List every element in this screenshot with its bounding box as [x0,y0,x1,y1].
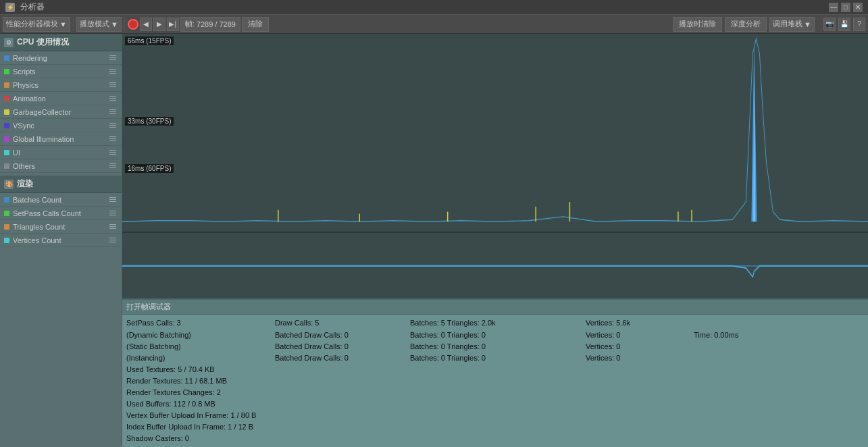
stat-ib-upload: Index Buffer Upload In Frame: 1 / 12 B [126,421,864,433]
stat-batched-draw2: Batched Draw Calls: 0 [275,341,410,352]
save-button[interactable]: 💾 [838,18,850,31]
sidebar-item-physics[interactable]: Physics [0,78,122,92]
others-label: Others [13,162,106,170]
cpu-section-header[interactable]: ⚙ CPU 使用情况 [0,34,122,51]
toolbar-separator-1 [73,18,74,31]
sidebar-item-vsync[interactable]: VSync [0,119,122,132]
gc-menu [109,108,118,116]
render-section-header[interactable]: 🎨 渲染 [0,176,122,193]
window-controls: — □ ✕ [829,3,863,12]
module-dropdown[interactable]: 性能分析器模块 ▼ [3,17,70,32]
record-button[interactable] [128,19,138,30]
chart-label-16ms: 16ms (60FPS) [125,164,174,173]
cpu-icon: ⚙ [4,38,14,47]
rendering-menu [109,54,118,62]
vertices-menu [109,236,118,244]
ui-label: UI [13,149,106,157]
scripts-menu [109,68,118,76]
gi-color [4,136,9,142]
sidebar-item-animation[interactable]: Animation [0,92,122,105]
render-chart[interactable] [122,232,868,299]
stat-drawcalls: Draw Calls: 5 [275,317,410,329]
frame-counter: 帧: 7289 / 7289 [180,17,240,32]
stat-static: (Static Batching) [126,341,275,352]
stats-row-2: (Dynamic Batching) Batched Draw Calls: 0… [126,330,864,341]
stat-empty1 [694,317,775,329]
next-frame-button[interactable]: ▶ [153,18,165,31]
stat-setpass: SetPass Calls: 3 [126,317,275,329]
stat-batched-draw3: Batched Draw Calls: 0 [275,352,410,364]
stat-vertices: Vertices: 5.6k [586,317,694,329]
bottom-panel: 打开帧调试器 SetPass Calls: 3 Draw Calls: 5 Ba… [122,298,868,447]
triangles-color [4,224,9,230]
scripts-color [4,69,9,74]
stats-row-4: (Instancing) Batched Draw Calls: 0 Batch… [126,352,864,364]
maximize-button[interactable]: □ [841,3,850,12]
stat-dynamic: (Dynamic Batching) [126,330,275,341]
sidebar-item-ui[interactable]: UI [0,146,122,159]
gi-menu [109,135,118,143]
stat-batched-draw1: Batched Draw Calls: 0 [275,330,410,341]
toolbar-separator-3 [819,18,819,31]
minimize-button[interactable]: — [829,3,838,12]
close-button[interactable]: ✕ [853,3,863,12]
clear-play-button[interactable]: 播放时清除 [673,17,722,32]
animation-label: Animation [13,95,106,103]
stat-used-tex: Used Textures: 5 / 70.4 KB [126,364,864,375]
stats-row-1: SetPass Calls: 3 Draw Calls: 5 Batches: … [126,317,864,329]
stat-b0-tri0-3: Batches: 0 Triangles: 0 [410,352,586,364]
cpu-chart[interactable]: 66ms (15FPS) 33ms (30FPS) 16ms (60FPS) [122,34,868,232]
stat-used-buffers: Used Buffers: 112 / 0.8 MB [126,398,864,410]
sidebar-item-rendering[interactable]: Rendering [0,51,122,65]
vsync-menu [109,122,118,130]
open-frame-debugger[interactable]: 打开帧调试器 [122,300,868,315]
sidebar-item-triangles[interactable]: Triangles Count [0,220,122,234]
deep-analysis-button[interactable]: 深度分析 [725,17,767,32]
chart-label-33ms: 33ms (30FPS) [125,117,174,126]
title-bar: ⚡ 分析器 — □ ✕ [0,0,868,15]
setpass-color [4,211,9,216]
chart-label-66ms: 66ms (15FPS) [125,36,174,45]
screenshot-button[interactable]: 📷 [823,18,836,31]
ui-color [4,150,9,155]
sidebar-item-others[interactable]: Others [0,159,122,173]
render-chart-svg [122,233,868,299]
physics-color [4,82,9,88]
sidebar-item-gi[interactable]: Global Illumination [0,132,122,146]
callstack-dropdown[interactable]: 调用堆栈 ▼ [769,17,815,32]
stat-vb-upload: Vertex Buffer Upload In Frame: 1 / 80 B [126,410,864,421]
stat-time: Time: 0.00ms [694,330,775,341]
sidebar-item-vertices[interactable]: Vertices Count [0,234,122,247]
last-frame-button[interactable]: ▶| [167,18,179,31]
stat-v0-1: Vertices: 0 [586,330,694,341]
sidebar-item-setpass[interactable]: SetPass Calls Count [0,207,122,220]
cpu-section-title: CPU 使用情况 [17,36,69,48]
playmode-dropdown[interactable]: 播放模式 ▼ [76,17,122,32]
others-color [4,163,9,169]
scripts-label: Scripts [13,68,106,76]
setpass-label: SetPass Calls Count [13,209,106,217]
toolbar: 性能分析器模块 ▼ 播放模式 ▼ ◀ ▶ ▶| 帧: 7289 / 7289 清… [0,15,868,34]
physics-menu [109,81,118,89]
vertices-label: Vertices Count [13,236,106,244]
stat-b0-tri0-2: Batches: 0 Triangles: 0 [410,341,586,352]
batches-color [4,197,9,203]
cpu-chart-svg [122,34,868,232]
app-icon: ⚡ [5,3,15,12]
stats-row-3: (Static Batching) Batched Draw Calls: 0 … [126,341,864,352]
stats-area: SetPass Calls: 3 Draw Calls: 5 Batches: … [122,315,868,447]
rendering-color [4,55,9,61]
sidebar-item-scripts[interactable]: Scripts [0,65,122,78]
sidebar-item-batches[interactable]: Batches Count [0,193,122,207]
stat-empty3 [694,352,775,364]
help-button[interactable]: ? [853,18,865,31]
stat-render-tex: Render Textures: 11 / 68.1 MB [126,375,864,387]
stat-v0-3: Vertices: 0 [586,352,694,364]
others-menu [109,162,118,170]
prev-frame-button[interactable]: ◀ [140,18,152,31]
clear-button[interactable]: 清除 [242,17,269,32]
vertices-color [4,238,9,243]
animation-menu [109,95,118,103]
toolbar-right: 播放时清除 深度分析 调用堆栈 ▼ 📷 💾 ? [673,17,865,32]
sidebar-item-gc[interactable]: GarbageCollector [0,105,122,119]
